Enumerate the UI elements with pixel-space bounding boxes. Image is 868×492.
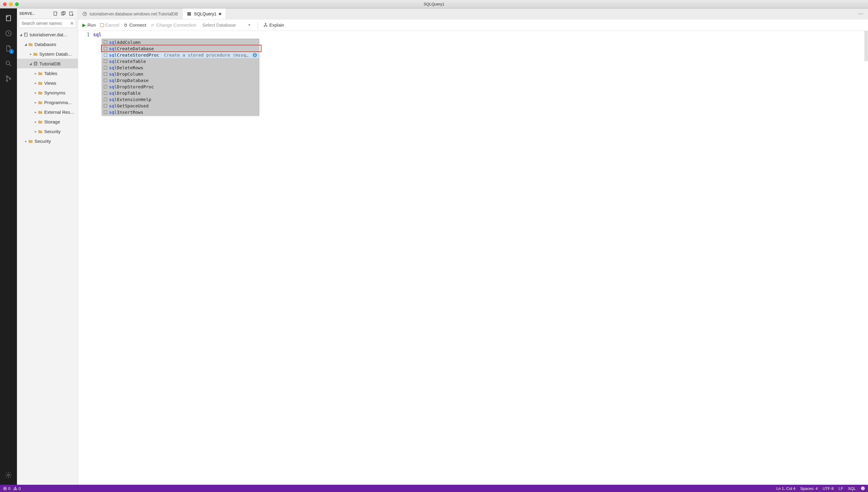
suggestion-item[interactable]: sqlDropTable: [102, 90, 259, 96]
server-search-input[interactable]: [19, 19, 76, 27]
new-group-icon[interactable]: [59, 11, 68, 16]
snippet-icon: [104, 59, 107, 63]
suggestion-rest: GetSpaceUsed: [117, 103, 149, 108]
editor-tab[interactable]: SQLQuery1: [182, 8, 226, 19]
tree-twisty-icon[interactable]: ◢: [28, 62, 33, 65]
tree-row[interactable]: ▸External Res...: [17, 107, 78, 117]
snippet-icon: [104, 41, 107, 44]
new-connection-icon[interactable]: [52, 11, 59, 16]
svg-point-5: [6, 76, 8, 77]
suggestion-item[interactable]: sqlCreateStoredProcCreate a stored proce…: [102, 52, 259, 58]
warning-icon: [13, 487, 17, 491]
suggestion-item[interactable]: sqlCreateTable: [102, 58, 259, 65]
snippet-icon: [104, 79, 107, 82]
source-control-activity-icon[interactable]: [2, 72, 15, 85]
server-settings-icon[interactable]: [68, 11, 75, 16]
search-activity-icon[interactable]: [2, 57, 15, 70]
tab-overflow-button[interactable]: ···: [854, 11, 868, 16]
cancel-button[interactable]: Cancel: [100, 22, 120, 27]
maximize-window-button[interactable]: [15, 2, 19, 6]
suggestion-item[interactable]: sqlExtensionHelp: [102, 96, 259, 103]
servers-activity-icon[interactable]: [2, 11, 15, 25]
tree-twisty-icon[interactable]: ▸: [33, 110, 38, 114]
vertical-scrollbar[interactable]: [864, 31, 868, 61]
close-window-button[interactable]: [3, 2, 7, 6]
svg-point-3: [6, 61, 10, 65]
tree-twisty-icon[interactable]: ▸: [33, 91, 38, 94]
database-select[interactable]: Select Database ▼: [201, 22, 252, 28]
suggestion-item[interactable]: sqlDeleteRows: [102, 65, 259, 71]
suggestion-rest: DropTable: [117, 91, 141, 96]
status-language[interactable]: SQL: [848, 486, 856, 491]
tree-twisty-icon[interactable]: ▸: [28, 52, 33, 56]
tree-twisty-icon[interactable]: ▸: [24, 140, 28, 143]
status-indent[interactable]: Spaces: 4: [800, 486, 818, 491]
server-search-row: ✕: [19, 19, 76, 28]
suggestion-item[interactable]: sqlDropStoredProc: [102, 83, 259, 90]
tree-row[interactable]: ▸Storage: [17, 117, 78, 126]
clear-search-icon[interactable]: ✕: [70, 21, 74, 26]
suggestion-item[interactable]: sqlDropColumn: [102, 71, 259, 77]
tree-label: Views: [44, 80, 56, 85]
folder-icon: [28, 139, 33, 143]
editor-area: tutorialserver.database.windows.net:Tuto…: [78, 8, 868, 485]
status-encoding[interactable]: UTF-8: [823, 486, 834, 491]
line-number: 1: [78, 32, 90, 38]
settings-activity-icon[interactable]: [2, 468, 15, 482]
code-editor[interactable]: 1 sql sqlAddColumnsqlCreateDatabasesqlCr…: [78, 31, 868, 485]
tree-twisty-icon[interactable]: ◢: [24, 43, 28, 46]
tree-twisty-icon[interactable]: ▸: [33, 81, 38, 85]
tree-label: Programma...: [44, 100, 72, 105]
suggestion-item[interactable]: sqlInsertRows: [102, 109, 259, 115]
tree-row[interactable]: ◢TutorialDB: [17, 59, 78, 68]
dashboard-icon: [82, 11, 87, 16]
info-icon[interactable]: i: [253, 53, 257, 57]
status-cursor[interactable]: Ln 1, Col 4: [776, 486, 795, 491]
tree-row[interactable]: ▸Security: [17, 126, 78, 136]
suggestion-match: sql: [109, 78, 117, 83]
tree-row[interactable]: ▸Programma...: [17, 97, 78, 107]
tree-twisty-icon[interactable]: ▸: [33, 130, 38, 133]
tree-row[interactable]: ◢tutorialserver.dat...: [17, 30, 78, 39]
folder-icon: [38, 81, 43, 85]
server-tree[interactable]: ◢tutorialserver.dat...◢Databases▸System …: [17, 30, 78, 485]
suggestion-rest: DropDatabase: [117, 78, 149, 83]
svg-line-4: [9, 65, 11, 66]
status-eol[interactable]: LF: [839, 486, 843, 491]
folder-icon: [28, 42, 33, 47]
suggestion-item[interactable]: sqlGetSpaceUsed: [102, 103, 259, 109]
tree-row[interactable]: ▸Tables: [17, 68, 78, 78]
minimize-window-button[interactable]: [9, 2, 13, 6]
tree-label: External Res...: [44, 109, 74, 115]
tree-row[interactable]: ▸Synonyms: [17, 88, 78, 97]
snippet-icon: [104, 66, 107, 69]
tree-twisty-icon[interactable]: ▸: [33, 120, 38, 123]
suggestion-rest: DropStoredProc: [117, 84, 154, 89]
svg-point-16: [34, 62, 36, 63]
explorer-activity-icon[interactable]: 1: [2, 42, 15, 55]
run-button[interactable]: ▶ Run: [82, 22, 96, 28]
tree-twisty-icon[interactable]: ▸: [33, 101, 38, 104]
suggestion-item[interactable]: sqlCreateDatabase: [102, 45, 259, 52]
connect-button[interactable]: Connect: [123, 22, 146, 27]
explain-button[interactable]: Explain: [263, 22, 284, 27]
suggestion-rest: CreateTable: [117, 59, 146, 64]
tree-row[interactable]: ◢Databases: [17, 39, 78, 49]
suggestion-item[interactable]: sqlDropDatabase: [102, 77, 259, 83]
suggestion-item[interactable]: sqlAddColumn: [102, 39, 259, 45]
change-connection-button[interactable]: Change Connection: [150, 22, 196, 27]
tree-twisty-icon[interactable]: ◢: [19, 33, 23, 36]
status-feedback-icon[interactable]: [861, 486, 865, 491]
tree-twisty-icon[interactable]: ▸: [33, 72, 38, 75]
tree-row[interactable]: ▸Security: [17, 136, 78, 146]
tree-row[interactable]: ▸Views: [17, 78, 78, 88]
tree-row[interactable]: ▸System Datab...: [17, 49, 78, 59]
editor-tab[interactable]: tutorialserver.database.windows.net:Tuto…: [78, 8, 182, 19]
suggestion-match: sql: [109, 84, 117, 89]
suggestion-rest: DropColumn: [117, 72, 143, 77]
intellisense-popup[interactable]: sqlAddColumnsqlCreateDatabasesqlCreateSt…: [102, 39, 259, 116]
suggestion-match: sql: [109, 65, 117, 70]
status-errors[interactable]: 0: [3, 486, 10, 491]
task-history-activity-icon[interactable]: [2, 27, 15, 40]
status-warnings[interactable]: 0: [13, 486, 21, 491]
